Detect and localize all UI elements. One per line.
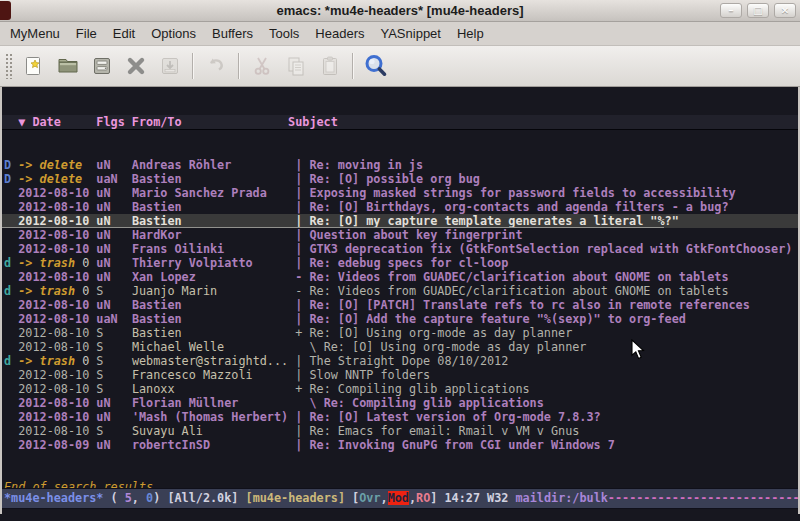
toolbar: [0, 46, 800, 87]
open-folder-icon: [56, 54, 80, 78]
modeline-segment-dash: ---------------------------: [608, 491, 798, 505]
window-title: emacs: *mu4e-headers* [mu4e-headers]: [0, 3, 800, 18]
undo-icon: [204, 54, 228, 78]
close-x-icon: [124, 54, 148, 78]
column-headers: ▼ Date Flgs From/To Subject: [2, 115, 798, 130]
headers-list: D -> delete uN Andreas Röhler | Re: movi…: [4, 158, 798, 452]
modeline-segment-def: 14:27 W32: [444, 491, 515, 505]
header-row[interactable]: 2012-08-10 uN Mario Sanchez Prada | Expo…: [4, 186, 798, 200]
paste-icon: [318, 54, 342, 78]
modeline-segment-ro: RO: [416, 491, 430, 505]
modeline-segment-five: 5: [125, 491, 132, 505]
modeline-segment-def: ]: [430, 491, 444, 505]
header-row[interactable]: d -> trash 0 S webmaster@straightd... | …: [4, 354, 798, 368]
menubar: MyMenuFileEditOptionsBuffersToolsHeaders…: [0, 22, 800, 46]
minimize-button[interactable]: –: [720, 3, 742, 18]
menu-item-help[interactable]: Help: [449, 23, 492, 44]
modeline-segment-def: ,: [132, 491, 146, 505]
header-row[interactable]: d -> trash 0 uN Thierry Volpiatto | Re: …: [4, 256, 798, 270]
close-button[interactable]: ✕: [774, 3, 796, 18]
emacs-window: emacs: *mu4e-headers* [mu4e-headers] – □…: [0, 0, 800, 521]
menu-item-headers[interactable]: Headers: [307, 23, 372, 44]
copy-button[interactable]: [279, 51, 313, 81]
paste-button[interactable]: [313, 51, 347, 81]
echo-area[interactable]: [0, 514, 800, 521]
menu-item-options[interactable]: Options: [143, 23, 204, 44]
mu4e-headers-buffer: ▼ Date Flgs From/To Subject D -> delete …: [2, 87, 798, 516]
menu-item-edit[interactable]: Edit: [105, 23, 143, 44]
search-icon: [363, 53, 389, 79]
modeline-segment-def: [All/2.0k]: [167, 491, 245, 505]
toolbar-grip-handle[interactable]: [5, 53, 13, 79]
header-row[interactable]: 2012-08-10 uN Frans Oilinki | GTK3 depre…: [4, 242, 798, 256]
header-row[interactable]: D -> delete uaN Bastien | Re: [O] possib…: [4, 172, 798, 186]
menu-item-mymenu[interactable]: MyMenu: [2, 23, 68, 44]
titlebar: emacs: *mu4e-headers* [mu4e-headers] – □…: [0, 0, 800, 22]
modeline-segment-mode: [mu4e-headers]: [246, 491, 353, 505]
toolbar-separator: [352, 53, 354, 79]
header-row[interactable]: 2012-08-10 S Suvayu Ali | Re: Emacs for …: [4, 424, 798, 438]
open-file-button[interactable]: [51, 51, 85, 81]
header-row-current[interactable]: 2012-08-10 uN Bastien | Re: [O] my captu…: [2, 214, 798, 228]
header-row[interactable]: 2012-08-10 uaN Bastien | Re: [O] Add the…: [4, 312, 798, 326]
header-row[interactable]: 2012-08-10 uN Florian Müllner \ Re: Comp…: [4, 396, 798, 410]
maximize-button[interactable]: □: [747, 3, 769, 18]
cut-button[interactable]: [245, 51, 279, 81]
new-file-button[interactable]: [17, 51, 51, 81]
modeline-segment-def: ,: [409, 491, 416, 505]
header-row[interactable]: 2012-08-10 uN Xan Lopez - Re: Videos fro…: [4, 270, 798, 284]
undo-button[interactable]: [199, 51, 233, 81]
search-button[interactable]: [359, 51, 393, 81]
modeline-segment-mod: Mod: [388, 491, 409, 505]
save-as-icon: [158, 54, 182, 78]
modeline-segment-dir: maildir:/bulk: [516, 491, 608, 505]
header-row[interactable]: 2012-08-10 S Francesco Mazzoli | Slow NN…: [4, 368, 798, 382]
cut-icon: [250, 54, 274, 78]
save-buffer-button[interactable]: [85, 51, 119, 81]
header-row[interactable]: 2012-08-10 S Lanoxx + Re: Compiling glib…: [4, 382, 798, 396]
copy-icon: [284, 54, 308, 78]
modeline-segment-def: ,: [381, 491, 388, 505]
header-row[interactable]: D -> delete uN Andreas Röhler | Re: movi…: [4, 158, 798, 172]
menu-item-buffers[interactable]: Buffers: [204, 23, 261, 44]
save-as-button[interactable]: [153, 51, 187, 81]
header-row[interactable]: 2012-08-10 uN Bastien | Re: [O] [PATCH] …: [4, 298, 798, 312]
toolbar-separator: [238, 53, 240, 79]
header-row[interactable]: 2012-08-10 S Michael Welle \ Re: [O] Usi…: [4, 340, 798, 354]
menu-item-file[interactable]: File: [68, 23, 105, 44]
modeline: *mu4e-headers* ( 5, 0) [All/2.0k] [mu4e-…: [2, 488, 798, 509]
modeline-segment-buf: *mu4e-headers*: [4, 491, 103, 505]
header-row[interactable]: 2012-08-10 uN HardKor | Question about k…: [4, 228, 798, 242]
menu-item-yasnippet[interactable]: YASnippet: [372, 23, 448, 44]
save-icon: [90, 54, 114, 78]
new-file-icon: [22, 54, 46, 78]
header-row[interactable]: 2012-08-10 S Bastien + Re: [O] Using org…: [4, 326, 798, 340]
kill-buffer-button[interactable]: [119, 51, 153, 81]
menu-item-tools[interactable]: Tools: [261, 23, 307, 44]
header-row[interactable]: 2012-08-10 uN Bastien | Re: [O] Birthday…: [4, 200, 798, 214]
toolbar-separator: [192, 53, 194, 79]
header-row[interactable]: d -> trash 0 S Juanjo Marin - Re: Videos…: [4, 284, 798, 298]
modeline-segment-ovr: Ovr: [359, 491, 380, 505]
window-icon: [0, 1, 11, 20]
modeline-segment-def: (: [103, 491, 124, 505]
modeline-segment-def: ): [153, 491, 167, 505]
header-row[interactable]: 2012-08-09 uN robertcInSD | Re: Invoking…: [4, 438, 798, 452]
window-controls: – □ ✕: [720, 3, 796, 18]
header-row[interactable]: 2012-08-10 uN 'Mash (Thomas Herbert) | R…: [4, 410, 798, 424]
